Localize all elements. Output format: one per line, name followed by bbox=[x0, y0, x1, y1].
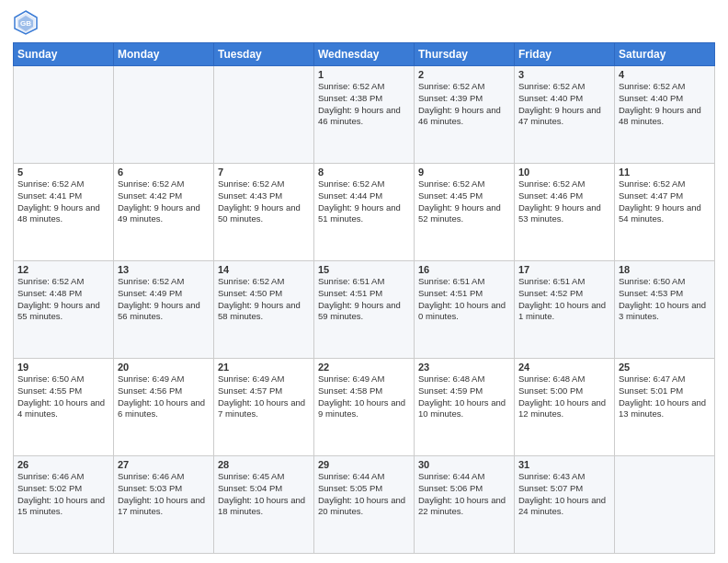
day-info: Sunset: 4:51 PM bbox=[418, 288, 510, 300]
day-info: Daylight: 9 hours and 48 minutes. bbox=[17, 202, 109, 226]
calendar-week-row: 26Sunrise: 6:46 AMSunset: 5:02 PMDayligh… bbox=[14, 456, 715, 554]
day-info: Daylight: 9 hours and 49 minutes. bbox=[118, 202, 210, 226]
day-number: 10 bbox=[518, 167, 610, 178]
day-number: 6 bbox=[118, 167, 210, 178]
day-info: Sunset: 4:42 PM bbox=[118, 190, 210, 202]
day-info: Daylight: 10 hours and 10 minutes. bbox=[418, 397, 510, 421]
day-info: Daylight: 9 hours and 48 minutes. bbox=[619, 105, 711, 129]
calendar-cell: 18Sunrise: 6:50 AMSunset: 4:53 PMDayligh… bbox=[615, 261, 715, 359]
day-info: Daylight: 9 hours and 46 minutes. bbox=[418, 105, 510, 129]
day-info: Sunrise: 6:52 AM bbox=[17, 178, 109, 190]
weekday-header: Wednesday bbox=[314, 43, 415, 66]
day-info: Sunset: 4:56 PM bbox=[118, 385, 210, 397]
day-info: Sunset: 4:59 PM bbox=[418, 385, 510, 397]
calendar-cell bbox=[615, 456, 715, 554]
calendar-cell: 28Sunrise: 6:45 AMSunset: 5:04 PMDayligh… bbox=[214, 456, 314, 554]
calendar-table: SundayMondayTuesdayWednesdayThursdayFrid… bbox=[13, 42, 715, 554]
day-info: Sunset: 5:07 PM bbox=[518, 483, 610, 495]
calendar-week-row: 19Sunrise: 6:50 AMSunset: 4:55 PMDayligh… bbox=[14, 359, 715, 456]
calendar-header: SundayMondayTuesdayWednesdayThursdayFrid… bbox=[14, 43, 715, 66]
day-info: Sunset: 4:47 PM bbox=[619, 190, 711, 202]
day-info: Sunset: 4:41 PM bbox=[17, 190, 109, 202]
day-info: Sunrise: 6:48 AM bbox=[518, 373, 610, 385]
calendar-cell: 3Sunrise: 6:52 AMSunset: 4:40 PMDaylight… bbox=[515, 66, 615, 164]
day-info: Daylight: 10 hours and 3 minutes. bbox=[619, 300, 711, 324]
day-info: Sunset: 4:46 PM bbox=[518, 190, 610, 202]
day-info: Sunset: 5:01 PM bbox=[619, 385, 711, 397]
day-info: Sunset: 4:40 PM bbox=[619, 93, 711, 105]
day-info: Daylight: 9 hours and 55 minutes. bbox=[17, 300, 109, 324]
day-info: Daylight: 10 hours and 1 minute. bbox=[518, 300, 610, 324]
weekday-header: Saturday bbox=[615, 43, 715, 66]
calendar-cell: 24Sunrise: 6:48 AMSunset: 5:00 PMDayligh… bbox=[515, 359, 615, 456]
day-info: Daylight: 9 hours and 59 minutes. bbox=[318, 300, 410, 324]
day-number: 2 bbox=[418, 69, 510, 80]
calendar-cell: 22Sunrise: 6:49 AMSunset: 4:58 PMDayligh… bbox=[314, 359, 415, 456]
calendar-cell: 16Sunrise: 6:51 AMSunset: 4:51 PMDayligh… bbox=[415, 261, 515, 359]
day-info: Sunset: 5:03 PM bbox=[118, 483, 210, 495]
day-info: Sunrise: 6:52 AM bbox=[218, 276, 310, 288]
day-info: Daylight: 10 hours and 6 minutes. bbox=[118, 397, 210, 421]
calendar-cell: 26Sunrise: 6:46 AMSunset: 5:02 PMDayligh… bbox=[14, 456, 114, 554]
calendar-cell: 31Sunrise: 6:43 AMSunset: 5:07 PMDayligh… bbox=[515, 456, 615, 554]
day-number: 24 bbox=[518, 362, 610, 373]
day-number: 27 bbox=[118, 459, 210, 470]
day-info: Sunset: 4:40 PM bbox=[518, 93, 610, 105]
day-info: Daylight: 9 hours and 56 minutes. bbox=[118, 300, 210, 324]
day-info: Daylight: 9 hours and 46 minutes. bbox=[318, 105, 410, 129]
day-info: Sunset: 4:43 PM bbox=[218, 190, 310, 202]
day-info: Sunrise: 6:47 AM bbox=[619, 373, 711, 385]
day-info: Sunset: 4:55 PM bbox=[17, 385, 109, 397]
day-info: Daylight: 9 hours and 53 minutes. bbox=[518, 202, 610, 226]
calendar-cell: 17Sunrise: 6:51 AMSunset: 4:52 PMDayligh… bbox=[515, 261, 615, 359]
calendar-cell bbox=[214, 66, 314, 164]
day-info: Sunrise: 6:44 AM bbox=[418, 471, 510, 483]
day-info: Sunrise: 6:52 AM bbox=[118, 178, 210, 190]
day-number: 26 bbox=[17, 459, 109, 470]
day-number: 17 bbox=[518, 264, 610, 275]
day-info: Sunrise: 6:44 AM bbox=[318, 471, 410, 483]
day-number: 14 bbox=[218, 264, 310, 275]
day-number: 25 bbox=[619, 362, 711, 373]
day-info: Sunset: 4:50 PM bbox=[218, 288, 310, 300]
day-info: Sunset: 5:00 PM bbox=[518, 385, 610, 397]
day-info: Sunset: 5:02 PM bbox=[17, 483, 109, 495]
calendar-cell: 13Sunrise: 6:52 AMSunset: 4:49 PMDayligh… bbox=[114, 261, 214, 359]
day-info: Sunrise: 6:50 AM bbox=[619, 276, 711, 288]
calendar-cell: 4Sunrise: 6:52 AMSunset: 4:40 PMDaylight… bbox=[615, 66, 715, 164]
calendar-cell: 1Sunrise: 6:52 AMSunset: 4:38 PMDaylight… bbox=[314, 66, 415, 164]
header-row: SundayMondayTuesdayWednesdayThursdayFrid… bbox=[14, 43, 715, 66]
day-info: Daylight: 10 hours and 18 minutes. bbox=[218, 495, 310, 519]
calendar-cell bbox=[14, 66, 114, 164]
day-number: 3 bbox=[518, 69, 610, 80]
day-info: Sunrise: 6:51 AM bbox=[318, 276, 410, 288]
day-info: Daylight: 10 hours and 24 minutes. bbox=[518, 495, 610, 519]
day-info: Sunset: 4:57 PM bbox=[218, 385, 310, 397]
calendar-cell: 14Sunrise: 6:52 AMSunset: 4:50 PMDayligh… bbox=[214, 261, 314, 359]
day-info: Sunrise: 6:51 AM bbox=[518, 276, 610, 288]
day-info: Sunset: 4:48 PM bbox=[17, 288, 109, 300]
day-info: Sunrise: 6:52 AM bbox=[418, 81, 510, 93]
calendar-cell: 27Sunrise: 6:46 AMSunset: 5:03 PMDayligh… bbox=[114, 456, 214, 554]
calendar-cell: 19Sunrise: 6:50 AMSunset: 4:55 PMDayligh… bbox=[14, 359, 114, 456]
day-info: Daylight: 10 hours and 20 minutes. bbox=[318, 495, 410, 519]
day-info: Sunrise: 6:50 AM bbox=[17, 373, 109, 385]
calendar-cell: 29Sunrise: 6:44 AMSunset: 5:05 PMDayligh… bbox=[314, 456, 415, 554]
calendar-cell: 30Sunrise: 6:44 AMSunset: 5:06 PMDayligh… bbox=[415, 456, 515, 554]
weekday-header: Friday bbox=[515, 43, 615, 66]
day-info: Sunrise: 6:48 AM bbox=[418, 373, 510, 385]
day-number: 16 bbox=[418, 264, 510, 275]
day-info: Sunrise: 6:52 AM bbox=[619, 178, 711, 190]
day-info: Daylight: 9 hours and 47 minutes. bbox=[518, 105, 610, 129]
day-info: Daylight: 10 hours and 7 minutes. bbox=[218, 397, 310, 421]
day-info: Daylight: 10 hours and 22 minutes. bbox=[418, 495, 510, 519]
day-info: Sunrise: 6:45 AM bbox=[218, 471, 310, 483]
day-number: 31 bbox=[518, 459, 610, 470]
calendar-cell bbox=[114, 66, 214, 164]
day-info: Sunset: 5:04 PM bbox=[218, 483, 310, 495]
day-info: Daylight: 10 hours and 12 minutes. bbox=[518, 397, 610, 421]
day-info: Sunrise: 6:52 AM bbox=[518, 81, 610, 93]
day-info: Sunset: 5:05 PM bbox=[318, 483, 410, 495]
day-number: 18 bbox=[619, 264, 711, 275]
day-info: Daylight: 10 hours and 17 minutes. bbox=[118, 495, 210, 519]
